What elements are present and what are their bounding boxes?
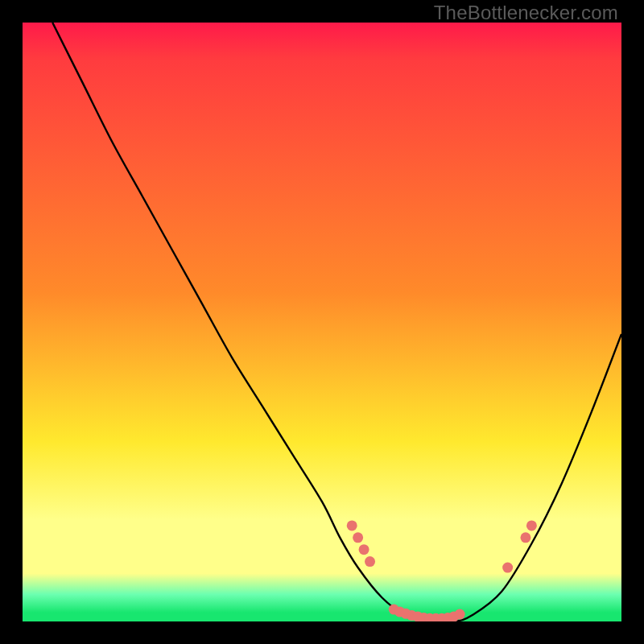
data-point-marker (365, 556, 375, 567)
data-point-marker (502, 563, 513, 573)
gradient-background (23, 23, 621, 621)
data-point-marker (359, 544, 369, 555)
watermark-text: TheBottlenecker.com (434, 2, 618, 24)
data-point-marker (526, 520, 537, 530)
data-point-marker (347, 520, 357, 530)
outer-frame: TheBottlenecker.com (0, 0, 644, 644)
data-point-marker (455, 609, 465, 620)
data-point-marker (520, 532, 530, 543)
chart-svg (23, 23, 621, 621)
chart-plot-area (23, 23, 621, 621)
data-point-marker (353, 532, 363, 543)
